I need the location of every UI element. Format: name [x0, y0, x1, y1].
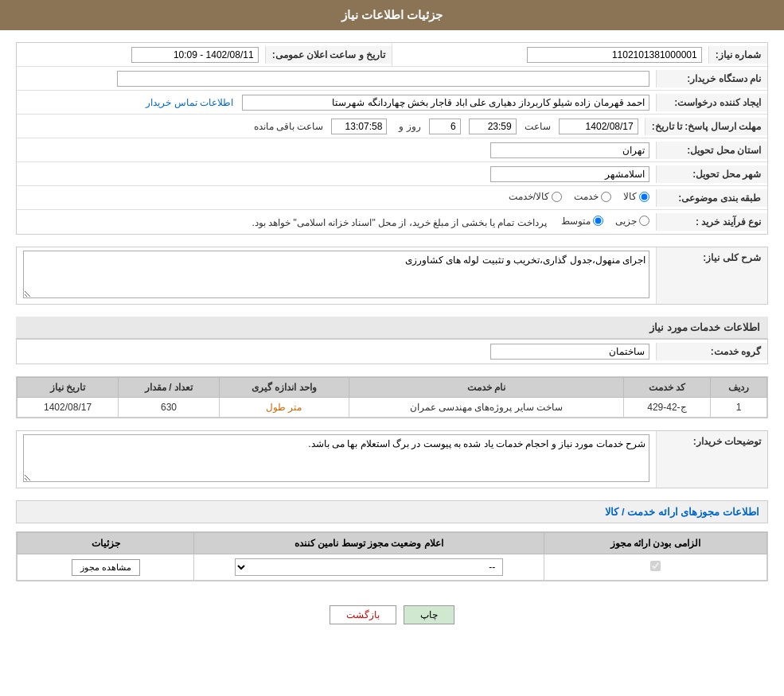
buyer-org-row: نام دستگاه خریدار: دهیاری علی اباد قاجار…: [17, 67, 767, 91]
day-label: روز و: [399, 121, 420, 132]
page-wrapper: جزئیات اطلاعات نیاز شماره نیاز: تاریخ و …: [0, 0, 784, 696]
row-number: 1: [711, 398, 767, 418]
category-goods-service-radio[interactable]: [552, 192, 562, 202]
purchase-partial: جزیی: [615, 216, 649, 227]
deadline-date-input[interactable]: [559, 119, 638, 134]
need-desc-textarea[interactable]: اجرای منهول،جدول گذاری،تخریب و تثبیت لول…: [23, 251, 649, 298]
contact-link[interactable]: اطلاعات تماس خریدار: [146, 97, 233, 108]
purchase-type-label: نوع فرآیند خرید :: [656, 213, 767, 231]
permissions-header-row: الزامی بودن ارائه مجوز اعلام وضعیت مجوز …: [18, 533, 767, 554]
permission-status-select[interactable]: --: [235, 558, 504, 576]
need-number-value: [392, 44, 708, 66]
province-label: استان محل تحویل:: [656, 142, 767, 159]
buyer-notes-section: توضیحات خریدار: شرح خدمات مورد نیاز و اح…: [16, 430, 768, 488]
view-permission-button[interactable]: مشاهده مجوز: [72, 559, 140, 576]
need-number-input[interactable]: [527, 47, 702, 63]
category-goods-radio[interactable]: [639, 192, 649, 202]
services-table: ردیف کد خدمت نام خدمت واحد اندازه گیری ت…: [17, 377, 767, 418]
buyer-notes-textarea[interactable]: شرح خدمات مورد نیاز و احجام خدمات یاد شد…: [23, 434, 649, 482]
deadline-label: مهلت ارسال پاسخ: تا تاریخ:: [645, 118, 767, 135]
row-name: ساخت سایر پروژه‌های مهندسی عمران: [349, 398, 623, 418]
purchase-medium-radio[interactable]: [593, 216, 603, 226]
row-date: 1402/08/17: [18, 398, 119, 418]
service-group-section: گروه خدمت:: [16, 339, 768, 364]
category-radio-group: کالا خدمت کالا/خدمت: [509, 191, 649, 202]
buyer-org-value: دهیاری علی اباد قاجار بخش چهاردانگه شهرس…: [17, 68, 656, 90]
remaining-label: ساعت باقی مانده: [254, 121, 324, 132]
permission-status-cell: --: [194, 554, 544, 581]
main-content: شماره نیاز: تاریخ و ساعت اعلان عمومی: نا…: [0, 30, 784, 648]
announcement-date-value: [17, 44, 265, 66]
need-number-col: شماره نیاز:: [392, 44, 767, 66]
need-number-row: شماره نیاز: تاریخ و ساعت اعلان عمومی:: [17, 43, 767, 67]
purchase-type-radio-group: جزیی متوسط: [561, 216, 649, 227]
category-value: کالا خدمت کالا/خدمت: [17, 188, 656, 208]
province-value: [17, 139, 656, 161]
buyer-notes-value: شرح خدمات مورد نیاز و احجام خدمات یاد شد…: [17, 431, 656, 488]
purchase-medium-label: متوسط: [561, 216, 591, 227]
creator-label: ایجاد کننده درخواست:: [656, 94, 767, 111]
category-row: طبقه بندی موضوعی: کالا خدمت: [17, 186, 767, 210]
purchase-type-value: جزیی متوسط پرداخت تمام یا بخشی از مبلغ خ…: [17, 212, 656, 232]
deadline-time-input[interactable]: [469, 119, 517, 134]
row-quantity: 630: [119, 398, 220, 418]
deadline-row: مهلت ارسال پاسخ: تا تاریخ: ساعت روز و سا…: [17, 115, 767, 138]
time-label: ساعت: [525, 121, 551, 132]
province-input[interactable]: [490, 142, 649, 158]
need-desc-value: اجرای منهول،جدول گذاری،تخریب و تثبیت لول…: [17, 247, 656, 304]
main-info-section: شماره نیاز: تاریخ و ساعت اعلان عمومی: نا…: [16, 42, 768, 235]
category-goods-label: کالا: [623, 191, 637, 202]
creator-input[interactable]: [242, 95, 649, 111]
buyer-notes-row: توضیحات خریدار: شرح خدمات مورد نیاز و اح…: [17, 431, 767, 488]
deadline-days-input[interactable]: [429, 119, 461, 134]
col-header-unit: واحد اندازه گیری: [220, 378, 349, 398]
page-title: جزئیات اطلاعات نیاز: [341, 8, 443, 21]
service-group-input[interactable]: [490, 344, 649, 360]
col-required: الزامی بودن ارائه مجوز: [544, 533, 766, 554]
row-code: ج-42-429: [623, 398, 710, 418]
print-button[interactable]: چاپ: [404, 605, 454, 624]
need-number-label: شماره نیاز:: [708, 46, 767, 64]
service-group-value: [17, 340, 656, 363]
permissions-data-row: -- مشاهده مجوز: [18, 554, 767, 581]
back-button[interactable]: بازگشت: [330, 605, 396, 624]
category-label: طبقه بندی موضوعی:: [656, 189, 767, 207]
purchase-partial-label: جزیی: [615, 216, 637, 227]
city-value: [17, 163, 656, 185]
permission-required-cell: [544, 554, 766, 581]
category-service-radio[interactable]: [601, 192, 611, 202]
category-service: خدمت: [574, 191, 611, 202]
city-input[interactable]: [490, 166, 649, 182]
deadline-date-row: ساعت روز و ساعت باقی مانده: [23, 119, 638, 134]
announcement-date-col: تاریخ و ساعت اعلان عمومی:: [17, 44, 392, 66]
service-group-row: گروه خدمت:: [17, 340, 767, 364]
permission-required-checkbox[interactable]: [650, 561, 661, 571]
col-header-code: کد خدمت: [623, 378, 710, 398]
col-header-row: ردیف: [711, 378, 767, 398]
need-desc-section: شرح کلی نیاز: اجرای منهول،جدول گذاری،تخر…: [16, 247, 768, 305]
permissions-title: اطلاعات مجوزهای ارائه خدمت / کالا: [605, 506, 759, 518]
purchase-partial-radio[interactable]: [639, 216, 649, 226]
table-row: 1 ج-42-429 ساخت سایر پروژه‌های مهندسی عم…: [18, 398, 767, 418]
creator-row: ایجاد کننده درخواست: اطلاعات تماس خریدار: [17, 91, 767, 115]
row-unit: متر طول: [220, 398, 349, 418]
deadline-value: ساعت روز و ساعت باقی مانده: [17, 115, 645, 138]
permissions-section: الزامی بودن ارائه مجوز اعلام وضعیت مجوز …: [16, 531, 768, 581]
category-goods-service-label: کالا/خدمت: [509, 191, 549, 202]
permission-details-cell: مشاهده مجوز: [18, 554, 194, 581]
services-section-title: اطلاعات خدمات مورد نیاز: [16, 317, 768, 339]
buyer-org-label: نام دستگاه خریدار:: [656, 70, 767, 87]
deadline-remaining-input[interactable]: [331, 119, 387, 134]
permissions-section-header: اطلاعات مجوزهای ارائه خدمت / کالا: [16, 500, 768, 523]
col-header-quantity: تعداد / مقدار: [119, 378, 220, 398]
announcement-date-input[interactable]: [131, 47, 259, 63]
category-goods-service: کالا/خدمت: [509, 191, 562, 202]
page-header: جزئیات اطلاعات نیاز: [0, 0, 784, 30]
col-status: اعلام وضعیت مجوز توسط نامین کننده: [194, 533, 544, 554]
buyer-org-input[interactable]: دهیاری علی اباد قاجار بخش چهاردانگه شهرس…: [117, 71, 649, 87]
buttons-row: چاپ بازگشت: [16, 593, 768, 636]
purchase-type-row: نوع فرآیند خرید : جزیی متوسط پرداخت تمام…: [17, 210, 767, 234]
need-desc-row: شرح کلی نیاز: اجرای منهول،جدول گذاری،تخر…: [17, 247, 767, 304]
city-row: شهر محل تحویل:: [17, 162, 767, 186]
col-header-name: نام خدمت: [349, 378, 623, 398]
